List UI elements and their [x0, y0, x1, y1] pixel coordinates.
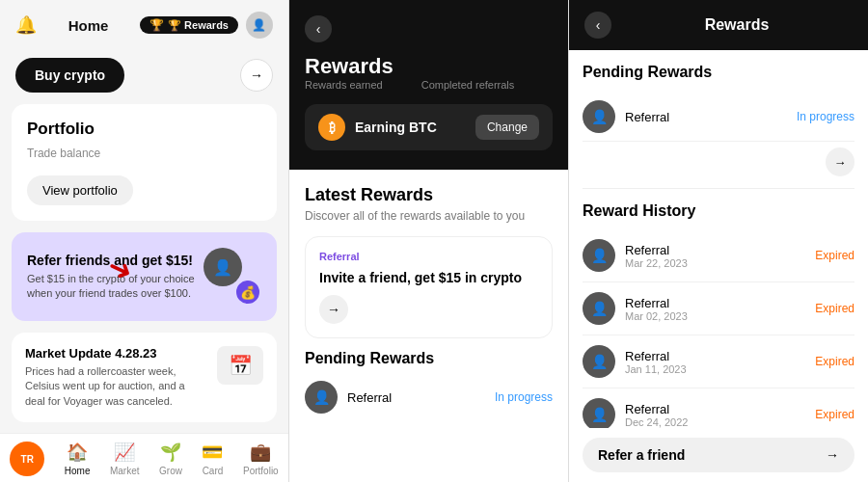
btc-icon: ₿ [318, 114, 345, 141]
market-update-title: Market Update 4.28.23 [25, 346, 207, 361]
refer-description: Get $15 in the crypto of your choice whe… [27, 272, 203, 302]
reward-history-avatar: 👤 [583, 239, 615, 272]
reward-history-title: Reward History [583, 202, 854, 220]
middle-panel: ‹ Rewards Rewards earned Completed refer… [289, 0, 569, 482]
nav-grow[interactable]: 🌱 Grow [159, 442, 182, 476]
grow-icon: 🌱 [160, 442, 181, 463]
reward-history-item: 👤 Referral Jan 11, 2023 Expired [583, 335, 854, 388]
portfolio-title: Portfolio [27, 120, 261, 139]
reward-history-date: Mar 02, 2023 [625, 310, 805, 322]
tasty-referrals-logo: TR [10, 442, 44, 476]
refer-text: Refer friends and get $15! Get $15 in th… [27, 253, 203, 302]
reward-history-info: Referral Dec 24, 2022 [625, 402, 805, 428]
refer-badge-icon: 💰 [234, 279, 261, 306]
nav-home[interactable]: 🏠 Home [65, 442, 91, 476]
latest-rewards-subtitle: Discover all of the rewards available to… [305, 209, 553, 223]
reward-history-item: 👤 Referral Mar 02, 2023 Expired [583, 282, 854, 335]
divider [583, 188, 854, 189]
portfolio-section: Portfolio Trade balance View portfolio [12, 104, 277, 221]
refer-friend-label: Refer a friend [598, 447, 685, 463]
reward-history-avatar: 👤 [583, 292, 615, 325]
pending-reward-item-middle: 👤 Referral In progress [305, 371, 553, 423]
bell-icon[interactable]: 🔔 [15, 14, 37, 36]
reward-history-date: Jan 11, 2023 [625, 363, 805, 375]
header-top-row: ‹ [305, 15, 553, 42]
buy-crypto-button[interactable]: Buy crypto [15, 58, 124, 93]
home-icon: 🏠 [67, 442, 88, 463]
pending-reward-item-right: 👤 Referral In progress [583, 93, 854, 142]
trade-balance-label: Trade balance [27, 147, 261, 160]
card-icon: 💳 [202, 442, 223, 463]
reward-history-list: 👤 Referral Mar 22, 2023 Expired 👤 Referr… [583, 229, 854, 428]
expired-status: Expired [815, 355, 854, 368]
pending-reward-info: Referral [625, 110, 787, 124]
rewards-main-title: Rewards [305, 54, 553, 79]
pending-reward-arrow-button[interactable]: → [826, 147, 854, 176]
right-panel: ‹ Rewards Pending Rewards 👤 Referral In … [569, 0, 868, 482]
referral-card-title: Invite a friend, get $15 in crypto [319, 270, 538, 285]
reward-history-info: Referral Mar 02, 2023 [625, 296, 805, 322]
reward-history-name: Referral [625, 349, 805, 363]
chevron-left-icon: ‹ [316, 21, 321, 37]
refer-title: Refer friends and get $15! [27, 253, 203, 268]
reward-history-item: 👤 Referral Dec 24, 2022 Expired [583, 388, 854, 428]
chevron-left-icon-right: ‹ [596, 17, 601, 33]
pending-label-middle: Referral [347, 390, 392, 405]
reward-history-name: Referral [625, 402, 805, 416]
tasty-logo: TR [10, 442, 44, 476]
referral-card: Referral Invite a friend, get $15 in cry… [305, 236, 553, 338]
refer-friend-arrow-icon: → [826, 447, 839, 463]
nav-portfolio[interactable]: 💼 Portfolio [243, 442, 279, 476]
rewards-tab[interactable]: 🏆 🏆 Rewards [140, 16, 238, 34]
next-arrow-button[interactable]: → [240, 59, 273, 92]
pending-rewards-title-right: Pending Rewards [583, 64, 854, 81]
reward-history-avatar: 👤 [583, 398, 615, 428]
refer-friend-button[interactable]: Refer a friend → [583, 438, 854, 472]
right-panel-title: Rewards [621, 16, 853, 34]
market-text: Market Update 4.28.23 Prices had a rolle… [25, 346, 207, 409]
expired-status: Expired [815, 302, 854, 315]
expired-status: Expired [815, 408, 854, 421]
pending-avatar-right: 👤 [583, 100, 615, 133]
change-button[interactable]: Change [475, 115, 539, 140]
completed-referrals-stat: Completed referrals [421, 79, 515, 91]
top-bar: 🔔 Home 🏆 🏆 Rewards 👤 [0, 0, 288, 50]
refer-banner[interactable]: Refer friends and get $15! Get $15 in th… [12, 232, 277, 321]
pending-reward-name: Referral [625, 110, 787, 124]
user-avatar[interactable]: 👤 [246, 12, 273, 39]
back-button-right[interactable]: ‹ [584, 12, 611, 39]
market-update-icon: 📅 [217, 346, 263, 385]
right-dark-header: ‹ Rewards [569, 0, 868, 50]
market-icon: 📈 [114, 442, 135, 463]
nav-card[interactable]: 💳 Card [202, 442, 223, 476]
reward-history-item: 👤 Referral Mar 22, 2023 Expired [583, 229, 854, 282]
reward-history-date: Dec 24, 2022 [625, 416, 805, 428]
view-portfolio-button[interactable]: View portfolio [27, 175, 133, 205]
portfolio-icon: 💼 [250, 442, 271, 463]
home-tab[interactable]: Home [68, 17, 109, 34]
back-button-middle[interactable]: ‹ [305, 15, 332, 42]
referral-tag: Referral [319, 251, 538, 262]
reward-history-name: Referral [625, 296, 805, 310]
earning-row: ₿ Earning BTC Change [305, 104, 553, 150]
reward-history-info: Referral Jan 11, 2023 [625, 349, 805, 375]
market-update-desc: Prices had a rollercoaster week, Celsius… [25, 364, 207, 409]
nav-market[interactable]: 📈 Market [110, 442, 140, 476]
expired-status: Expired [815, 249, 854, 262]
dark-header: ‹ Rewards Rewards earned Completed refer… [289, 0, 568, 170]
bottom-nav: TR 🏠 Home 📈 Market 🌱 Grow 💳 Card 💼 Portf… [0, 433, 288, 482]
reward-history-name: Referral [625, 243, 805, 257]
arrow-right-icon: → [250, 67, 263, 83]
in-progress-status-middle: In progress [495, 390, 553, 404]
rewards-stats: Rewards earned Completed referrals [305, 79, 553, 91]
refer-icon-area: 👤 💰 [203, 248, 261, 306]
pending-avatar-icon: 👤 [305, 381, 338, 414]
referral-card-arrow-button[interactable]: → [319, 295, 348, 324]
buy-crypto-section: Buy crypto → [0, 50, 288, 104]
reward-history-date: Mar 22, 2023 [625, 257, 805, 269]
market-update-section: Market Update 4.28.23 Prices had a rolle… [12, 333, 277, 422]
earning-text: Earning BTC [355, 120, 437, 135]
left-panel: 🔔 Home 🏆 🏆 Rewards 👤 Buy crypto → Portfo… [0, 0, 289, 482]
in-progress-status-right: In progress [797, 110, 854, 123]
earning-left: ₿ Earning BTC [318, 114, 437, 141]
